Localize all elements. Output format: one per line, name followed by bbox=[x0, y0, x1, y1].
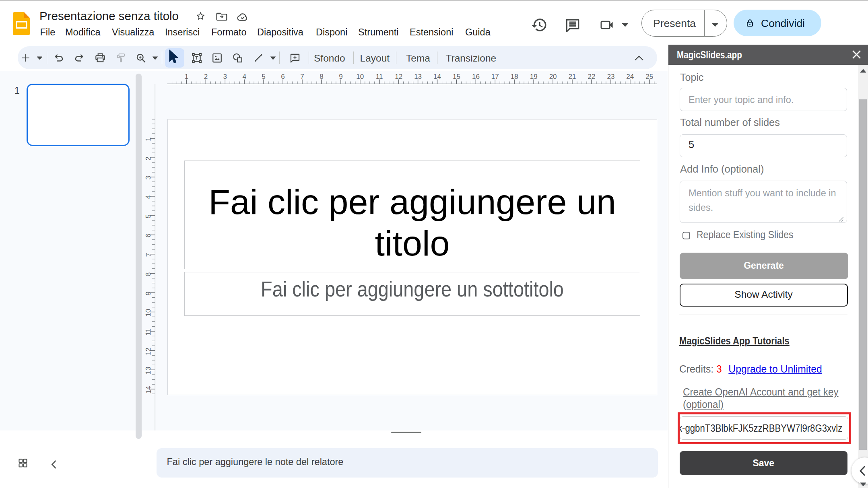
svg-text:8: 8 bbox=[320, 73, 323, 80]
svg-text:14: 14 bbox=[433, 73, 441, 80]
svg-text:12: 12 bbox=[145, 348, 153, 355]
svg-text:14: 14 bbox=[145, 386, 153, 394]
svg-text:23: 23 bbox=[607, 73, 614, 80]
svg-text:8: 8 bbox=[145, 272, 153, 276]
svg-text:13: 13 bbox=[145, 367, 153, 375]
svg-text:16: 16 bbox=[472, 73, 480, 80]
svg-text:5: 5 bbox=[145, 214, 153, 218]
svg-text:2: 2 bbox=[204, 73, 208, 80]
svg-text:9: 9 bbox=[339, 73, 342, 80]
svg-text:18: 18 bbox=[511, 73, 518, 80]
svg-text:24: 24 bbox=[626, 73, 634, 80]
svg-text:15: 15 bbox=[453, 73, 460, 80]
svg-text:1: 1 bbox=[145, 137, 153, 141]
svg-text:4: 4 bbox=[145, 195, 153, 199]
svg-text:6: 6 bbox=[281, 73, 285, 80]
svg-text:25: 25 bbox=[645, 73, 653, 80]
svg-text:10: 10 bbox=[356, 73, 364, 80]
svg-text:9: 9 bbox=[145, 292, 153, 295]
svg-text:7: 7 bbox=[145, 253, 153, 257]
svg-text:11: 11 bbox=[145, 328, 153, 336]
svg-text:10: 10 bbox=[145, 309, 153, 317]
svg-text:22: 22 bbox=[588, 73, 596, 80]
svg-text:6: 6 bbox=[145, 234, 153, 237]
svg-text:7: 7 bbox=[300, 73, 304, 80]
svg-text:17: 17 bbox=[491, 73, 499, 80]
svg-text:20: 20 bbox=[549, 73, 557, 80]
svg-text:1: 1 bbox=[185, 73, 188, 80]
svg-text:11: 11 bbox=[376, 73, 383, 80]
svg-text:13: 13 bbox=[414, 73, 422, 80]
svg-text:5: 5 bbox=[262, 73, 265, 80]
svg-text:3: 3 bbox=[145, 176, 153, 179]
svg-text:21: 21 bbox=[569, 73, 576, 80]
svg-text:4: 4 bbox=[242, 73, 246, 80]
svg-text:19: 19 bbox=[530, 73, 538, 80]
svg-text:12: 12 bbox=[395, 73, 402, 80]
svg-text:3: 3 bbox=[223, 73, 227, 80]
svg-text:2: 2 bbox=[145, 156, 153, 160]
